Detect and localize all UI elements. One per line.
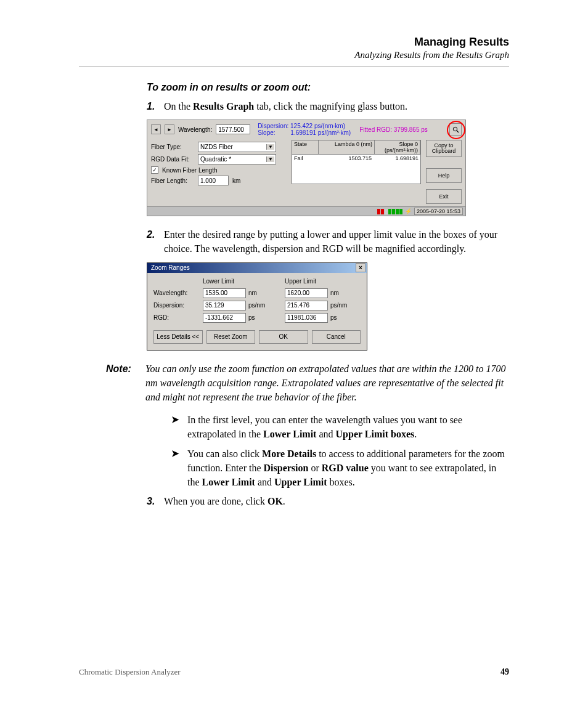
- magnify-wrap: [449, 123, 462, 136]
- rgd-lower-input[interactable]: -1331.662: [203, 313, 246, 323]
- dialog-titlebar: Zoom Ranges ×: [147, 263, 367, 273]
- close-icon: ×: [359, 264, 362, 271]
- help-button[interactable]: Help: [426, 168, 462, 183]
- bold-text: OK: [267, 496, 283, 506]
- rgd-row-label: RGD:: [153, 314, 197, 321]
- step-number: 2.: [147, 227, 164, 256]
- cell-slope: 1.698191: [374, 155, 420, 162]
- note-body: You can only use the zoom function on ex…: [145, 362, 509, 405]
- bullet-body: You can also click More Details to acces…: [187, 447, 509, 490]
- magnify-button[interactable]: [449, 123, 462, 136]
- chevron-down-icon: ▼: [266, 144, 274, 150]
- page-header: Managing Results Analyzing Results from …: [79, 36, 509, 60]
- text: and: [255, 477, 274, 487]
- status-bar: ⚡ 2005-07-20 15:53: [147, 206, 465, 216]
- svg-point-0: [453, 127, 457, 131]
- next-button[interactable]: ►: [165, 124, 174, 134]
- wavelength-input[interactable]: 1577.500: [216, 124, 250, 134]
- results-top-row: ◄ ► Wavelength: 1577.500 Dispersion: 125…: [147, 120, 465, 137]
- cell-lambda: 1503.715: [318, 155, 374, 162]
- bold-text: RGD value: [322, 463, 369, 473]
- known-length-checkbox[interactable]: ✓: [151, 166, 158, 174]
- content: To zoom in on results or zoom out: 1. On…: [147, 82, 509, 351]
- bullet-arrow-icon: ➤: [171, 447, 187, 490]
- dialog-buttons: Less Details << Reset Zoom OK Cancel: [153, 330, 361, 344]
- text: You can also click: [187, 448, 262, 459]
- col-state: State: [292, 140, 319, 154]
- dispersion-label: Dispersion:: [258, 123, 288, 129]
- unit: ps: [330, 314, 337, 321]
- step-number: 1.: [147, 99, 164, 113]
- plug-icon: ⚡: [405, 208, 412, 214]
- rgd-fit-value: Quadratic *: [200, 156, 231, 163]
- wavelength-lower-input[interactable]: 1535.00: [203, 288, 246, 298]
- fiber-type-select[interactable]: NZDS Fiber▼: [198, 142, 276, 152]
- screenshot-results-panel: ◄ ► Wavelength: 1577.500 Dispersion: 125…: [147, 120, 509, 216]
- step-number: 3.: [147, 494, 164, 508]
- step-body: When you are done, click OK.: [164, 494, 509, 508]
- step-2: 2. Enter the desired range by putting a …: [147, 227, 509, 256]
- bold-text: Results Graph: [193, 101, 254, 112]
- text: .: [414, 429, 417, 439]
- dispersion-value: 125.422 ps/(nm·km): [290, 123, 345, 129]
- step-3: 3. When you are done, click OK.: [147, 494, 509, 508]
- unit: nm: [248, 290, 257, 296]
- page-number: 49: [500, 667, 509, 677]
- text: .: [283, 496, 285, 506]
- reset-zoom-button[interactable]: Reset Zoom: [206, 330, 256, 344]
- step-body: Enter the desired range by putting a low…: [164, 227, 509, 256]
- header-rule: [79, 67, 509, 67]
- dispersion-upper-input[interactable]: 215.476: [285, 301, 328, 310]
- dialog-panel: Lower Limit Upper Limit Wavelength: 1535…: [147, 273, 367, 350]
- slope-label: Slope:: [258, 129, 275, 136]
- wavelength-row-label: Wavelength:: [153, 290, 197, 296]
- dispersion-lower-input[interactable]: 35.129: [203, 301, 246, 310]
- table-row: Fail 1503.715 1.698191: [292, 155, 420, 162]
- page-footer: Chromatic Dispersion Analyzer 49: [79, 667, 509, 677]
- bold-text: More Details: [262, 448, 316, 459]
- zoom-grid: Lower Limit Upper Limit Wavelength: 1535…: [153, 278, 361, 323]
- bullet-2: ➤ You can also click More Details to acc…: [171, 447, 509, 490]
- fiber-type-label: Fiber Type:: [151, 144, 194, 150]
- rgd-fit-select[interactable]: Quadratic *▼: [198, 154, 276, 164]
- fiber-length-input[interactable]: 1.000: [198, 176, 229, 185]
- bold-text: Upper Limit: [274, 477, 327, 487]
- bullet-arrow-icon: ➤: [171, 413, 187, 441]
- dialog-title: Zoom Ranges: [151, 264, 190, 271]
- page: Managing Results Analyzing Results from …: [0, 0, 588, 714]
- chevron-down-icon: ▼: [266, 156, 274, 162]
- header-title: Managing Results: [79, 36, 509, 49]
- rgd-fit-label: RGD Data Fit:: [151, 156, 194, 163]
- fitted-rgd-label: Fitted RGD:: [359, 126, 392, 133]
- note: Note: You can only use the zoom function…: [79, 362, 509, 405]
- svg-line-1: [457, 131, 459, 132]
- results-mid: Fiber Type: NZDS Fiber▼ RGD Data Fit: Qu…: [147, 137, 465, 206]
- table-header: State Lambda 0 (nm) Slope 0 (ps/(nm²·km)…: [292, 140, 420, 155]
- bullet-body: In the first level, you can enter the wa…: [187, 413, 509, 441]
- dispersion-block: Dispersion: 125.422 ps/(nm·km) Slope: 1.…: [258, 123, 351, 136]
- text: When you are done, click: [164, 496, 267, 506]
- fiber-type-value: NZDS Fiber: [200, 144, 233, 150]
- prev-button[interactable]: ◄: [151, 124, 161, 134]
- text: tab, click the magnifying glass button.: [254, 101, 407, 112]
- screenshot-zoom-dialog: Zoom Ranges × Lower Limit Upper Limit Wa…: [147, 262, 367, 351]
- note-label: Note:: [106, 362, 145, 405]
- results-panel: ◄ ► Wavelength: 1577.500 Dispersion: 125…: [147, 120, 466, 216]
- bold-text: Upper Limit boxes: [336, 429, 415, 439]
- wavelength-upper-input[interactable]: 1620.00: [285, 288, 328, 298]
- rgd-upper-input[interactable]: 11981.036: [285, 313, 328, 323]
- results-table: State Lambda 0 (nm) Slope 0 (ps/(nm²·km)…: [292, 140, 421, 184]
- side-col: Copy to Clipboard Help Exit: [426, 140, 462, 204]
- ok-button[interactable]: OK: [259, 330, 308, 344]
- content-lower: ➤ In the first level, you can enter the …: [147, 413, 509, 508]
- bullet-1: ➤ In the first level, you can enter the …: [171, 413, 509, 441]
- cancel-button[interactable]: Cancel: [312, 330, 361, 344]
- wavelength-label: Wavelength:: [178, 126, 212, 133]
- bold-text: Dispersion: [264, 463, 309, 473]
- bold-text: Lower Limit: [202, 477, 255, 487]
- fitted-block: Fitted RGD: 3799.865 ps: [359, 126, 428, 133]
- close-button[interactable]: ×: [356, 263, 365, 272]
- copy-clipboard-button[interactable]: Copy to Clipboard: [426, 140, 462, 157]
- less-details-button[interactable]: Less Details <<: [153, 330, 203, 344]
- exit-button[interactable]: Exit: [426, 189, 462, 204]
